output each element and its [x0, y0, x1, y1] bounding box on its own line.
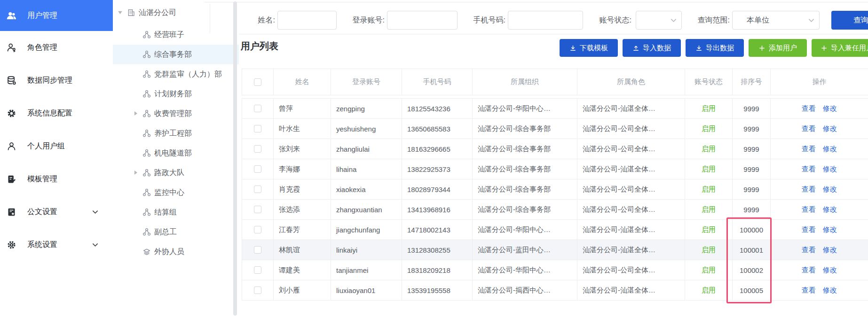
view-link[interactable]: 查看 [802, 266, 816, 275]
tree-node-6[interactable]: 收费管理部 [113, 104, 239, 124]
row-checkbox[interactable] [254, 145, 261, 153]
view-link[interactable]: 查看 [802, 185, 816, 194]
tree-node-13[interactable]: 外协人员 [113, 242, 239, 262]
tree-node-label: 机电隧道部 [154, 148, 192, 158]
row-checkbox[interactable] [254, 286, 261, 294]
caret-right-icon[interactable] [133, 111, 142, 116]
edit-link[interactable]: 修改 [823, 124, 837, 133]
view-link[interactable]: 查看 [802, 246, 816, 255]
table-row-1: 曾萍zengping18125543236汕湛分公司-华阳中心…汕湛分公司-汕湛… [242, 99, 868, 119]
cell-select [242, 159, 274, 179]
status-select[interactable] [636, 11, 682, 30]
edit-link[interactable]: 修改 [823, 225, 837, 234]
org-icon [142, 109, 151, 118]
cell-phone: 18163296665 [402, 139, 473, 159]
view-link[interactable]: 查看 [802, 225, 816, 234]
cell-status: 启用 [685, 139, 733, 159]
tree-node-5[interactable]: 计划财务部 [113, 84, 239, 104]
org-icon [142, 50, 151, 59]
row-checkbox[interactable] [254, 165, 261, 173]
sidebar-item-7[interactable]: 公文设置 [0, 195, 113, 228]
tree-scrollbar[interactable] [233, 1, 237, 316]
table-row-10: 刘小雁liuxiaoyan0113539195558汕湛分公司-揭西中心…汕湛分… [242, 280, 868, 301]
tree-node-3[interactable]: 综合事务部 [113, 45, 239, 64]
row-checkbox[interactable] [254, 246, 261, 254]
cell-phone: 18125543236 [402, 99, 473, 118]
tree-node-4[interactable]: 党群监审（人力）部 [113, 64, 239, 84]
edit-link[interactable]: 修改 [823, 246, 837, 255]
phone-input[interactable] [508, 11, 583, 30]
row-checkbox[interactable] [254, 125, 261, 132]
cell-actions: 查看修改 [771, 240, 868, 260]
row-checkbox[interactable] [254, 105, 261, 112]
view-link[interactable]: 查看 [802, 286, 816, 295]
sidebar-item-1[interactable]: 用户管理 [0, 0, 113, 31]
sidebar-item-8[interactable]: 系统设置 [0, 228, 113, 261]
cell-status: 启用 [685, 260, 733, 280]
caret-down-icon[interactable] [118, 10, 127, 15]
edit-link[interactable]: 修改 [823, 145, 837, 154]
cell-role: 汕湛分公司-汕湛全体… [577, 240, 685, 260]
scope-select[interactable]: 本单位 [732, 11, 820, 30]
sidebar-item-3[interactable]: 数据同步管理 [0, 64, 113, 97]
sidebar-item-2[interactable]: 角色管理 [0, 31, 113, 64]
edit-link[interactable]: 修改 [823, 205, 837, 214]
tree-node-9[interactable]: 路政大队 [113, 163, 239, 183]
cell-actions: 查看修改 [771, 99, 868, 118]
name-input[interactable] [277, 11, 337, 30]
search-button[interactable]: 查询 [831, 11, 868, 30]
tree-node-11[interactable]: 结算组 [113, 202, 239, 222]
import-data-button[interactable]: 导入数据 [623, 39, 681, 57]
cell-org: 汕湛分公司-综合事务部 [473, 139, 577, 159]
tree-node-7[interactable]: 养护工程部 [113, 124, 239, 143]
chevron-down-icon [92, 209, 99, 216]
cell-phone: 18318209218 [402, 260, 473, 280]
row-checkbox[interactable] [254, 266, 261, 274]
caret-placeholder [133, 52, 142, 57]
cell-sort: 100005 [733, 280, 771, 300]
cell-name: 李海娜 [274, 159, 331, 179]
edit-link[interactable]: 修改 [823, 185, 837, 194]
upload-icon [632, 45, 639, 52]
cell-org: 汕湛分公司-综合事务部 [473, 119, 577, 139]
view-link[interactable]: 查看 [802, 104, 816, 113]
org-icon [142, 208, 151, 216]
tree-node-10[interactable]: 监控中心 [113, 183, 239, 202]
edit-link[interactable]: 修改 [823, 165, 837, 174]
tree-node-label: 监控中心 [154, 188, 184, 198]
tree-node-1[interactable]: 汕湛分公司 [113, 3, 239, 23]
row-checkbox[interactable] [254, 186, 261, 193]
sidebar-item-6[interactable]: 模板管理 [0, 162, 113, 195]
export-data-button[interactable]: 导出数据 [686, 39, 744, 57]
tree-node-8[interactable]: 机电隧道部 [113, 143, 239, 163]
tree-node-2[interactable]: 经营班子 [113, 25, 239, 45]
edit-link[interactable]: 修改 [823, 266, 837, 275]
download-template-button[interactable]: 下载模板 [560, 39, 618, 57]
import-parttime-user-button[interactable]: 导入兼任用户 [812, 39, 868, 57]
row-checkbox[interactable] [254, 206, 261, 213]
sidebar-item-4[interactable]: 系统信息配置 [0, 97, 113, 130]
table-row-3: 张刘来zhangliulai18163296665汕湛分公司-综合事务部汕湛分公… [242, 139, 868, 159]
cell-account: yeshuisheng [331, 119, 402, 139]
edit-link[interactable]: 修改 [823, 104, 837, 113]
building-icon [127, 8, 135, 17]
add-user-button[interactable]: 添加用户 [749, 39, 807, 57]
edit-link[interactable]: 修改 [823, 286, 837, 295]
view-link[interactable]: 查看 [802, 165, 816, 174]
tree-node-label: 养护工程部 [154, 129, 192, 139]
cell-phone: 13413968916 [402, 200, 473, 219]
doc-star-icon [7, 207, 16, 217]
row-checkbox[interactable] [254, 226, 261, 233]
select-all-checkbox[interactable] [254, 78, 261, 86]
page-title: 用户列表 [241, 40, 278, 53]
sidebar-item-5[interactable]: 个人用户组 [0, 130, 113, 162]
org-icon [142, 188, 151, 197]
view-link[interactable]: 查看 [802, 124, 816, 133]
cell-org: 汕湛分公司-综合事务部 [473, 159, 577, 179]
view-link[interactable]: 查看 [802, 205, 816, 214]
account-input[interactable] [387, 11, 458, 30]
view-link[interactable]: 查看 [802, 145, 816, 154]
tree-node-12[interactable]: 副总工 [113, 222, 239, 242]
caret-right-icon[interactable] [133, 170, 142, 176]
cell-sort: 9999 [733, 200, 771, 219]
